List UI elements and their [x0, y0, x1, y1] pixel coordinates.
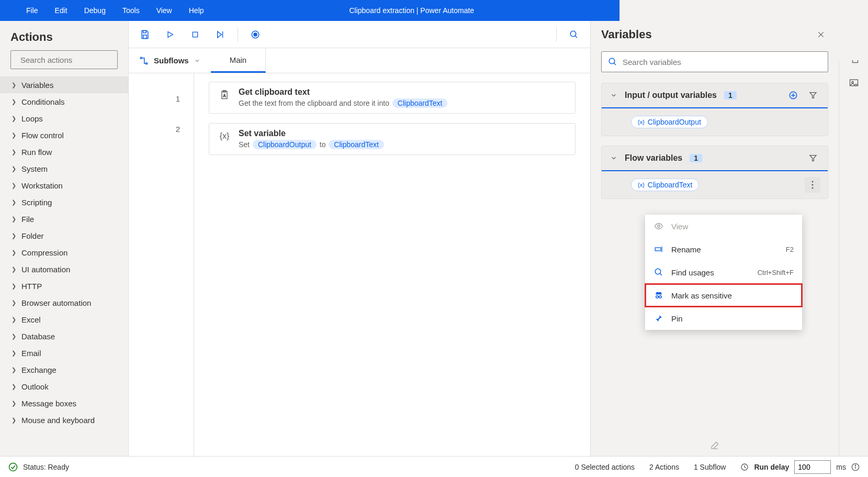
record-button[interactable]	[247, 27, 263, 42]
chevron-right-icon: ❯	[12, 82, 16, 88]
category-browser-automation[interactable]: ❯Browser automation	[0, 294, 128, 311]
step-description: Get the text from the clipboard and stor…	[239, 98, 448, 108]
chevron-right-icon: ❯	[12, 417, 16, 424]
svg-line-25	[614, 63, 616, 65]
menu-tools[interactable]: Tools	[122, 6, 140, 15]
info-icon[interactable]	[851, 463, 860, 471]
actions-heading: Actions	[0, 21, 128, 50]
category-conditionals[interactable]: ❯Conditionals	[0, 93, 128, 110]
variable-icon: {x}	[638, 119, 645, 125]
category-flow-control[interactable]: ❯Flow control	[0, 127, 128, 143]
category-ui-automation[interactable]: ❯UI automation	[0, 261, 128, 278]
subflows-dropdown[interactable]: Subflows	[129, 48, 211, 73]
category-http[interactable]: ❯HTTP	[0, 278, 128, 294]
svg-point-33	[812, 187, 814, 189]
pin-icon	[653, 314, 664, 323]
menu-pin[interactable]: Pin	[645, 307, 802, 330]
svg-rect-7	[143, 30, 146, 32]
line-number: 2	[129, 112, 194, 142]
svg-rect-10	[193, 32, 197, 37]
menu-help[interactable]: Help	[189, 6, 204, 15]
flow-step[interactable]: AGet clipboard textGet the text from the…	[209, 82, 576, 114]
chevron-right-icon: ❯	[12, 316, 16, 323]
step-icon: A	[219, 89, 230, 101]
chevron-right-icon: ❯	[12, 98, 16, 105]
svg-point-47	[9, 463, 17, 471]
io-variables-header[interactable]: Input / output variables1	[602, 83, 828, 108]
step-icon: {x}	[219, 130, 230, 142]
search-flow-button[interactable]	[566, 27, 582, 42]
category-variables[interactable]: ❯Variables	[0, 76, 128, 93]
flow-variables-header[interactable]: Flow variables1	[602, 146, 828, 171]
menu-edit[interactable]: Edit	[55, 6, 67, 15]
chevron-right-icon: ❯	[12, 232, 16, 239]
step-title: Set variable	[239, 129, 385, 138]
category-scripting[interactable]: ❯Scripting	[0, 194, 128, 210]
category-workstation[interactable]: ❯Workstation	[0, 177, 128, 194]
menu-view[interactable]: View	[645, 215, 802, 238]
images-pane-icon[interactable]	[848, 76, 860, 89]
subflows-count: 1 Subflow	[694, 463, 726, 471]
category-loops[interactable]: ❯Loops	[0, 110, 128, 127]
tab-main[interactable]: Main	[211, 48, 266, 73]
run-delay-input[interactable]	[794, 460, 831, 474]
chevron-right-icon: ❯	[12, 165, 16, 172]
chevron-right-icon: ❯	[12, 283, 16, 290]
variable-chip[interactable]: {x}ClipboardText	[631, 179, 699, 191]
eraser-icon[interactable]	[710, 441, 719, 450]
category-folder[interactable]: ❯Folder	[0, 227, 128, 244]
category-excel[interactable]: ❯Excel	[0, 311, 128, 328]
step-button[interactable]	[212, 27, 228, 42]
category-database[interactable]: ❯Database	[0, 328, 128, 345]
category-compression[interactable]: ❯Compression	[0, 244, 128, 261]
filter-button[interactable]	[807, 91, 819, 99]
chevron-right-icon: ❯	[12, 115, 16, 122]
status-text: Status: Ready	[23, 463, 69, 471]
menu-debug[interactable]: Debug	[84, 6, 106, 15]
chevron-right-icon: ❯	[12, 367, 16, 373]
menu-mark-sensitive[interactable]: Mark as sensitive	[645, 284, 802, 307]
menu-file[interactable]: File	[26, 6, 38, 15]
category-system[interactable]: ❯System	[0, 160, 128, 177]
search-actions-input[interactable]	[20, 56, 120, 64]
category-exchange[interactable]: ❯Exchange	[0, 361, 128, 378]
chevron-right-icon: ❯	[12, 249, 16, 256]
filter-button[interactable]	[807, 154, 819, 162]
minimize-button[interactable]	[729, 0, 754, 10]
chevron-right-icon: ❯	[12, 216, 16, 223]
search-variables-input[interactable]	[623, 58, 821, 66]
variable-context-menu: View Rename F2 Find usages Ctrl+Shift+F …	[645, 215, 802, 330]
incognito-icon	[653, 291, 664, 300]
stop-button[interactable]	[187, 27, 203, 42]
svg-line-16	[575, 36, 577, 38]
svg-line-43	[660, 273, 662, 275]
category-outlook[interactable]: ❯Outlook	[0, 378, 128, 395]
chevron-right-icon: ❯	[12, 266, 16, 273]
menu-view[interactable]: View	[156, 6, 172, 15]
category-run-flow[interactable]: ❯Run flow	[0, 143, 128, 160]
variable-chip[interactable]: {x}ClipboardOutput	[631, 116, 708, 128]
search-actions-box[interactable]	[10, 50, 118, 69]
category-file[interactable]: ❯File	[0, 210, 128, 227]
search-variables-box[interactable]	[601, 51, 828, 72]
close-variables-button[interactable]	[814, 27, 828, 42]
run-button[interactable]	[162, 27, 178, 42]
variable-more-button[interactable]	[805, 177, 820, 193]
svg-point-17	[140, 57, 142, 59]
svg-point-31	[812, 181, 814, 183]
svg-point-18	[146, 62, 148, 64]
flow-step[interactable]: {x}Set variableSet ClipboardOutput to Cl…	[209, 123, 576, 155]
category-email[interactable]: ❯Email	[0, 345, 128, 361]
svg-point-14	[254, 33, 257, 36]
add-variable-button[interactable]	[787, 91, 799, 100]
chevron-right-icon: ❯	[12, 350, 16, 357]
category-mouse-and-keyboard[interactable]: ❯Mouse and keyboard	[0, 412, 128, 428]
chevron-right-icon: ❯	[12, 383, 16, 390]
menu-find-usages[interactable]: Find usages Ctrl+Shift+F	[645, 261, 802, 284]
svg-rect-8	[143, 35, 147, 38]
svg-marker-9	[168, 31, 173, 37]
menu-rename[interactable]: Rename F2	[645, 238, 802, 261]
variable-icon: {x}	[638, 182, 645, 188]
category-message-boxes[interactable]: ❯Message boxes	[0, 395, 128, 412]
save-button[interactable]	[137, 27, 153, 42]
